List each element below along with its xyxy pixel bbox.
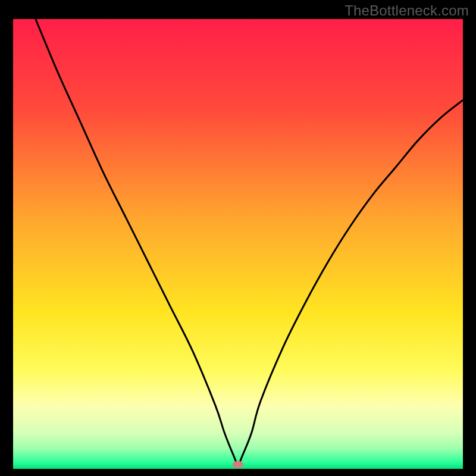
bottleneck-chart [13, 19, 463, 469]
plot-area [13, 19, 463, 469]
chart-frame: TheBottleneck.com [0, 0, 476, 476]
optimum-marker [233, 461, 243, 468]
watermark-text: TheBottleneck.com [345, 2, 469, 19]
gradient-background [13, 19, 463, 469]
